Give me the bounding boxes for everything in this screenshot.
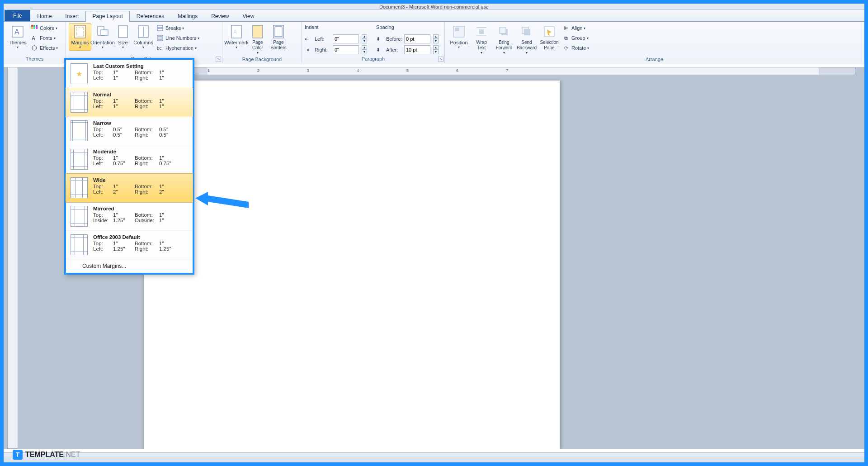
margins-option-moderate[interactable]: Moderate Top:1"Bottom:1" Left:0.75"Right…	[66, 145, 193, 174]
indent-right-label: Right:	[315, 47, 331, 52]
margins-option-office2003[interactable]: Office 2003 Default Top:1"Bottom:1" Left…	[66, 231, 193, 259]
line-numbers-button[interactable]: Line Numbers▾	[155, 33, 201, 43]
position-icon	[452, 24, 466, 39]
themes-icon: A	[10, 24, 25, 39]
wrap-text-button[interactable]: Wrap Text▾	[470, 23, 493, 56]
margins-option-wide[interactable]: Wide Top:1"Bottom:1" Left:2"Right:2"	[66, 174, 193, 202]
effects-button[interactable]: Effects▾	[29, 43, 60, 53]
spacing-after-icon: ⬍	[376, 47, 384, 53]
indent-left-spinner[interactable]: ▲▼	[362, 34, 367, 43]
margins-custom[interactable]: Custom Margins...	[66, 259, 193, 273]
document-page[interactable]	[144, 81, 560, 449]
margins-option-last-custom[interactable]: Last Custom Setting Top:1"Bottom:1" Left…	[66, 60, 193, 88]
spacing-after-spinner[interactable]: ▲▼	[433, 45, 439, 54]
tab-references[interactable]: References	[130, 11, 171, 21]
send-backward-button[interactable]: Send Backward▾	[515, 23, 538, 56]
orientation-button[interactable]: Orientation▾	[91, 23, 114, 51]
margins-option-mirrored[interactable]: Mirrored Top:1"Bottom:1" Inside:1.25"Out…	[66, 202, 193, 231]
line-numbers-icon	[156, 34, 164, 42]
hyphenation-icon: bc	[156, 44, 164, 52]
rotate-button[interactable]: ⟳Rotate▾	[561, 43, 591, 53]
ribbon: A Themes▾ Colors▾ AFonts▾ Effects▾ Theme…	[4, 22, 864, 63]
group-label-themes: Themes	[6, 56, 63, 62]
indent-left-input[interactable]	[333, 34, 359, 43]
svg-rect-6	[33, 27, 35, 29]
indent-right-icon: ⇥	[305, 47, 313, 53]
svg-text:A: A	[32, 35, 35, 41]
watermark-button[interactable]: A Watermark▾	[225, 23, 248, 51]
svg-rect-14	[118, 26, 127, 38]
svg-text:A: A	[233, 29, 237, 35]
watermark-icon: A	[229, 24, 244, 39]
page-color-button[interactable]: Page Color▾	[248, 23, 268, 56]
svg-rect-7	[36, 27, 38, 29]
tab-page-layout[interactable]: Page Layout	[85, 11, 129, 22]
tab-file[interactable]: File	[5, 10, 30, 21]
title-bar: Document3 - Microsoft Word non-commercia…	[4, 4, 864, 10]
columns-icon	[136, 24, 151, 39]
svg-rect-13	[101, 30, 108, 35]
spacing-before-label: Before:	[386, 36, 402, 42]
colors-button[interactable]: Colors▾	[29, 23, 60, 33]
margin-thumb-icon	[71, 206, 88, 227]
orientation-icon	[95, 24, 110, 39]
spacing-before-input[interactable]	[404, 34, 430, 43]
tab-insert[interactable]: Insert	[58, 11, 85, 21]
horizontal-ruler[interactable]: 1234567	[144, 67, 855, 75]
template-net-watermark: T TEMPLATE.NET	[13, 450, 80, 460]
page-setup-launcher[interactable]: ⤡	[216, 57, 221, 62]
tab-home[interactable]: Home	[30, 11, 58, 21]
spacing-after-input[interactable]	[404, 45, 430, 54]
themes-button[interactable]: A Themes▾	[6, 23, 29, 51]
margin-thumb-icon	[71, 63, 88, 84]
svg-rect-3	[33, 25, 35, 27]
indent-left-icon: ⇤	[305, 36, 313, 42]
group-button[interactable]: ⧉Group▾	[561, 33, 591, 43]
svg-rect-30	[455, 28, 459, 31]
bring-forward-button[interactable]: Bring Forward▾	[493, 23, 515, 56]
annotation-arrow	[195, 190, 250, 213]
svg-rect-5	[31, 27, 33, 29]
margins-button[interactable]: Margins▾	[69, 23, 91, 51]
tab-mailings[interactable]: Mailings	[171, 11, 204, 21]
group-label-paragraph: Paragraph	[305, 56, 442, 62]
paragraph-launcher[interactable]: ⤡	[438, 57, 443, 62]
margin-thumb-icon	[71, 92, 88, 113]
columns-button[interactable]: Columns▾	[132, 23, 155, 51]
indent-right-input[interactable]	[333, 45, 359, 54]
align-button[interactable]: ⊫Align▾	[561, 23, 591, 33]
tab-review[interactable]: Review	[204, 11, 236, 21]
svg-rect-31	[479, 29, 484, 34]
breaks-button[interactable]: Breaks▾	[155, 23, 201, 33]
spacing-label: Spacing	[376, 24, 439, 32]
page-borders-button[interactable]: Page Borders	[268, 23, 289, 52]
effects-icon	[31, 44, 38, 52]
bring-forward-icon	[497, 24, 511, 39]
rotate-icon: ⟳	[562, 44, 570, 52]
size-button[interactable]: Size▾	[114, 23, 132, 51]
group-icon: ⧉	[562, 34, 570, 42]
page-color-icon	[250, 24, 265, 39]
status-bar	[4, 452, 864, 462]
vertical-ruler	[7, 67, 18, 449]
svg-text:bc: bc	[157, 46, 162, 51]
position-button[interactable]: Position▾	[448, 23, 470, 51]
selection-pane-button[interactable]: Selection Pane	[538, 23, 561, 52]
indent-right-spinner[interactable]: ▲▼	[362, 45, 367, 54]
svg-rect-2	[31, 25, 33, 27]
indent-label: Indent	[305, 24, 368, 32]
svg-rect-4	[36, 25, 38, 27]
svg-point-9	[32, 46, 37, 50]
page-borders-icon	[271, 24, 286, 39]
margins-icon	[73, 24, 87, 39]
margins-option-normal[interactable]: Normal Top:1"Bottom:1" Left:1"Right:1"	[66, 88, 193, 117]
colors-icon	[31, 24, 38, 32]
margin-thumb-icon	[71, 177, 88, 198]
fonts-button[interactable]: AFonts▾	[29, 33, 60, 43]
spacing-after-label: After:	[386, 47, 402, 52]
spacing-before-spinner[interactable]: ▲▼	[433, 34, 439, 43]
hyphenation-button[interactable]: bcHyphenation▾	[155, 43, 201, 53]
group-label-arrange: Arrange	[448, 56, 861, 63]
margins-option-narrow[interactable]: Narrow Top:0.5"Bottom:0.5" Left:0.5"Righ…	[66, 117, 193, 145]
tab-view[interactable]: View	[236, 11, 261, 21]
